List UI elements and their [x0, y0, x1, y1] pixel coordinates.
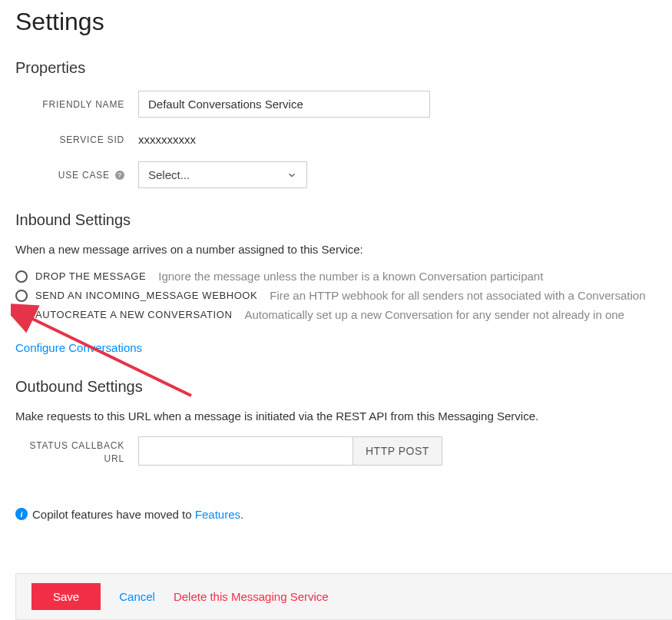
properties-heading: Properties	[15, 59, 657, 77]
friendly-name-input[interactable]	[138, 91, 430, 118]
chevron-down-icon	[286, 170, 297, 181]
status-callback-input[interactable]	[138, 436, 353, 466]
outbound-intro: Make requests to this URL when a message…	[15, 409, 657, 423]
friendly-name-row: FRIENDLY NAME	[15, 91, 657, 118]
friendly-name-label: FRIENDLY NAME	[15, 99, 138, 110]
inbound-option-drop: DROP THE MESSAGE Ignore the message unle…	[15, 270, 657, 283]
inbound-intro: When a new message arrives on a number a…	[15, 243, 657, 256]
radio-drop[interactable]	[15, 270, 28, 283]
status-callback-row: STATUS CALLBACK URL HTTP POST	[15, 436, 657, 466]
radio-autocreate-label: AUTOCREATE A NEW CONVERSATION	[35, 309, 233, 320]
inbound-option-webhook: SEND AN INCOMING_MESSAGE WEBHOOK Fire an…	[15, 289, 657, 302]
radio-webhook-label: SEND AN INCOMING_MESSAGE WEBHOOK	[35, 290, 257, 301]
copilot-info-prefix: Copilot features have moved to	[32, 508, 195, 521]
use-case-label: USE CASE ?	[15, 170, 138, 181]
radio-webhook-desc: Fire an HTTP webhook for all senders not…	[270, 289, 645, 302]
radio-drop-desc: Ignore the message unless the number is …	[158, 270, 543, 283]
use-case-selected: Select...	[148, 168, 190, 181]
configure-conversations-link[interactable]: Configure Conversations	[15, 341, 142, 354]
save-button[interactable]: Save	[31, 583, 101, 610]
inbound-heading: Inbound Settings	[15, 211, 657, 229]
radio-autocreate[interactable]	[15, 309, 28, 321]
outbound-heading: Outbound Settings	[15, 378, 657, 396]
footer-bar: Save Cancel Delete this Messaging Servic…	[15, 573, 672, 620]
service-sid-label: SERVICE SID	[15, 134, 138, 145]
help-icon[interactable]: ?	[115, 171, 124, 180]
features-link[interactable]: Features	[195, 508, 240, 521]
status-callback-label: STATUS CALLBACK URL	[15, 436, 138, 466]
info-icon: i	[15, 508, 28, 520]
service-sid-value: xxxxxxxxxx	[138, 133, 196, 146]
inbound-option-autocreate: AUTOCREATE A NEW CONVERSATION Automatica…	[15, 308, 657, 321]
copilot-info: i Copilot features have moved to Feature…	[15, 508, 657, 521]
page-title: Settings	[15, 8, 657, 36]
use-case-row: USE CASE ? Select...	[15, 161, 657, 188]
service-sid-row: SERVICE SID xxxxxxxxxx	[15, 133, 657, 146]
use-case-select[interactable]: Select...	[138, 161, 307, 188]
radio-webhook[interactable]	[15, 290, 28, 302]
radio-autocreate-desc: Automatically set up a new Conversation …	[245, 308, 624, 321]
http-method-select[interactable]: HTTP POST	[353, 436, 442, 466]
copilot-info-suffix: .	[240, 508, 243, 521]
radio-drop-label: DROP THE MESSAGE	[35, 270, 146, 282]
delete-service-button[interactable]: Delete this Messaging Service	[174, 590, 329, 603]
cancel-button[interactable]: Cancel	[119, 590, 155, 603]
